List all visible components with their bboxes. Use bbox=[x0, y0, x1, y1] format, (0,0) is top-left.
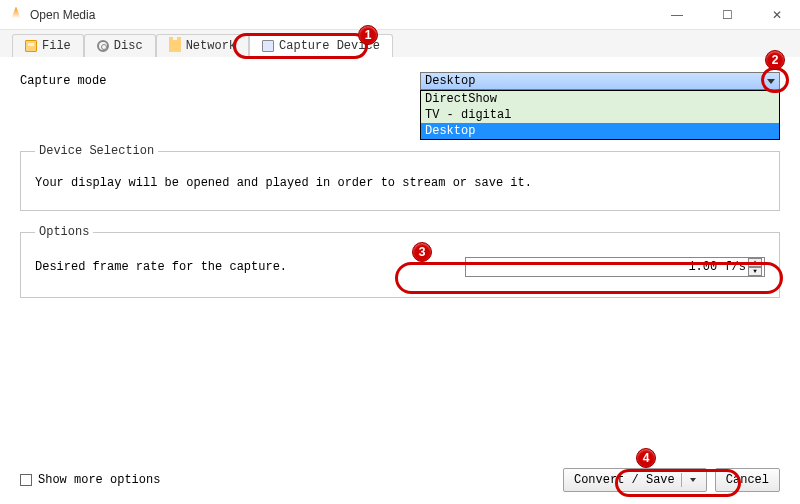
dropdown-option-directshow[interactable]: DirectShow bbox=[421, 91, 779, 107]
disc-icon bbox=[97, 40, 109, 52]
convert-save-label: Convert / Save bbox=[574, 473, 675, 487]
maximize-button[interactable]: ☐ bbox=[712, 8, 742, 22]
show-more-options[interactable]: Show more options bbox=[20, 473, 160, 487]
framerate-input[interactable]: 1.00 f/s ▲ ▼ bbox=[465, 257, 765, 277]
options-group: Options Desired frame rate for the captu… bbox=[20, 225, 780, 298]
capture-mode-selectbox[interactable]: Desktop bbox=[420, 72, 780, 90]
tab-disc[interactable]: Disc bbox=[84, 34, 156, 57]
spinner-down-icon[interactable]: ▼ bbox=[748, 267, 762, 276]
device-selection-legend: Device Selection bbox=[35, 144, 158, 158]
framerate-spinner: ▲ ▼ bbox=[748, 258, 762, 276]
tab-file[interactable]: File bbox=[12, 34, 84, 57]
chevron-down-icon bbox=[690, 478, 696, 482]
tab-disc-label: Disc bbox=[114, 39, 143, 53]
device-selection-text: Your display will be opened and played i… bbox=[35, 176, 765, 190]
vlc-cone-icon bbox=[8, 7, 24, 23]
cancel-button[interactable]: Cancel bbox=[715, 468, 780, 492]
capture-mode-dropdown: DirectShow TV - digital Desktop bbox=[420, 90, 780, 140]
callout-badge-4: 4 bbox=[636, 448, 656, 468]
tab-network[interactable]: Network bbox=[156, 34, 249, 57]
file-icon bbox=[25, 40, 37, 52]
capture-mode-label: Capture mode bbox=[20, 72, 420, 88]
framerate-value: 1.00 f/s bbox=[688, 260, 748, 274]
capture-mode-value: Desktop bbox=[425, 74, 475, 88]
window-title: Open Media bbox=[30, 8, 95, 22]
tab-capture-label: Capture Device bbox=[279, 39, 380, 53]
cancel-label: Cancel bbox=[726, 473, 769, 487]
close-button[interactable]: ✕ bbox=[762, 8, 792, 22]
footer-bar: Show more options Convert / Save Cancel bbox=[20, 468, 780, 492]
tabs-bar: File Disc Network Capture Device bbox=[0, 30, 800, 58]
convert-save-button[interactable]: Convert / Save bbox=[563, 468, 707, 492]
spinner-up-icon[interactable]: ▲ bbox=[748, 258, 762, 267]
chevron-down-icon bbox=[767, 79, 775, 84]
content-area: Capture mode Desktop DirectShow TV - dig… bbox=[0, 58, 800, 326]
tab-capture-device[interactable]: Capture Device bbox=[249, 34, 393, 57]
capture-mode-row: Capture mode Desktop DirectShow TV - dig… bbox=[20, 72, 780, 90]
title-bar: Open Media — ☐ ✕ bbox=[0, 0, 800, 30]
capture-device-icon bbox=[262, 40, 274, 52]
capture-mode-select[interactable]: Desktop DirectShow TV - digital Desktop bbox=[420, 72, 780, 90]
network-icon bbox=[169, 40, 181, 52]
window-controls: — ☐ ✕ bbox=[662, 8, 792, 22]
device-selection-group: Device Selection Your display will be op… bbox=[20, 144, 780, 211]
framerate-label: Desired frame rate for the capture. bbox=[35, 260, 465, 274]
show-more-checkbox[interactable] bbox=[20, 474, 32, 486]
minimize-button[interactable]: — bbox=[662, 8, 692, 22]
dropdown-option-desktop[interactable]: Desktop bbox=[421, 123, 779, 139]
tab-network-label: Network bbox=[186, 39, 236, 53]
tab-file-label: File bbox=[42, 39, 71, 53]
show-more-label: Show more options bbox=[38, 473, 160, 487]
dropdown-option-tvdigital[interactable]: TV - digital bbox=[421, 107, 779, 123]
options-legend: Options bbox=[35, 225, 93, 239]
